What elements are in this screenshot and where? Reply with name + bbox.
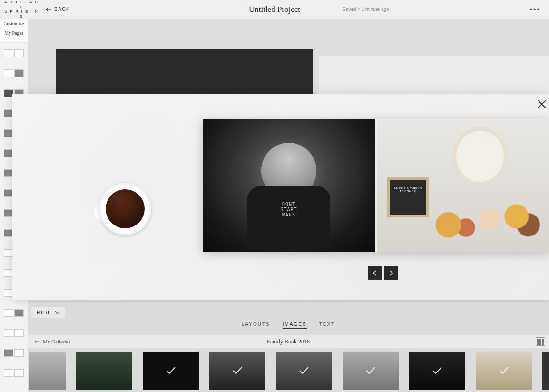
- logo-line-1: A R T I F A C T: [4, 0, 39, 10]
- children-with-toys: [425, 186, 542, 242]
- letterboard: AMELIE & THEO'S TOY SHOP: [387, 177, 429, 217]
- image-tile[interactable]: [343, 352, 399, 390]
- bottom-panel: HIDE LAYOUTS IMAGES TEXT My Galleries Fa…: [28, 303, 549, 392]
- image-tile[interactable]: [143, 352, 199, 390]
- image-tile[interactable]: [542, 352, 549, 390]
- spread-page-right[interactable]: [319, 56, 549, 96]
- tab-text[interactable]: TEXT: [319, 322, 335, 329]
- spread-page-left[interactable]: [56, 49, 313, 96]
- chevron-left-icon: [373, 270, 377, 276]
- project-title[interactable]: Untitled Project: [249, 5, 300, 14]
- child-shirt: [247, 186, 330, 249]
- chevron-right-icon: [389, 270, 393, 276]
- spread-nav: [368, 266, 398, 280]
- next-spread-button[interactable]: [384, 266, 398, 280]
- more-menu-button[interactable]: •••: [529, 5, 540, 14]
- spread-preview: DONT START WARS AMELIE & THEO'S TOY SHOP: [203, 119, 549, 252]
- close-button[interactable]: [537, 99, 547, 111]
- check-icon: [365, 366, 376, 375]
- coffee-cup: [99, 183, 151, 235]
- tab-layouts[interactable]: LAYOUTS: [242, 322, 270, 329]
- page-thumb[interactable]: [4, 349, 24, 357]
- hide-label: HIDE: [37, 310, 52, 315]
- spread-preview-modal: DONT START WARS AMELIE & THEO'S TOY SHOP: [12, 94, 549, 300]
- page-thumb[interactable]: [4, 369, 24, 377]
- grid-view-button[interactable]: [536, 337, 545, 346]
- toy-shelf: [452, 127, 508, 186]
- my-galleries-back[interactable]: My Galleries: [34, 339, 70, 344]
- app-header: A R T I F A C T U P R I S I N G BACK Unt…: [0, 0, 549, 19]
- tab-customize[interactable]: Customize: [0, 19, 28, 27]
- back-label: BACK: [54, 7, 70, 12]
- hide-panel-button[interactable]: HIDE: [31, 307, 65, 318]
- check-icon: [499, 366, 509, 375]
- shirt-text: DONT START WARS: [265, 202, 313, 217]
- tab-my-pages[interactable]: My Pages: [4, 29, 23, 37]
- gallery-name: Family Book 2018: [267, 338, 310, 345]
- save-status: Saved < 1 minute ago: [343, 7, 389, 12]
- sidebar-tabs: Customize My Pages: [0, 19, 28, 42]
- brand-logo: A R T I F A C T U P R I S I N G: [0, 0, 43, 21]
- check-icon: [166, 366, 176, 375]
- page-thumb[interactable]: [4, 329, 24, 337]
- letterboard-text: AMELIE & THEO'S TOY SHOP: [390, 180, 426, 193]
- tab-images[interactable]: IMAGES: [283, 322, 307, 329]
- prev-spread-button[interactable]: [368, 266, 382, 280]
- page-thumb[interactable]: [4, 309, 24, 317]
- spread-photo-left[interactable]: DONT START WARS: [203, 119, 375, 252]
- panel-tabs: LAYOUTS IMAGES TEXT: [28, 322, 549, 329]
- gallery-header: My Galleries Family Book 2018: [28, 335, 549, 348]
- image-tile[interactable]: [29, 352, 66, 390]
- logo-line-2: U P R I S I N G: [4, 10, 39, 19]
- close-icon: [537, 99, 547, 109]
- check-icon: [432, 366, 442, 375]
- image-tile[interactable]: [476, 352, 532, 390]
- page-thumb[interactable]: [4, 49, 24, 57]
- spread-photo-right[interactable]: AMELIE & THEO'S TOY SHOP: [377, 119, 549, 252]
- arrow-left-icon: [34, 340, 40, 343]
- chevron-down-icon: [55, 311, 59, 314]
- image-strip: [28, 349, 549, 392]
- page-thumb[interactable]: [4, 69, 24, 77]
- image-tile[interactable]: [276, 352, 332, 390]
- check-icon: [299, 366, 309, 375]
- arrow-left-icon: [46, 7, 51, 12]
- my-galleries-label: My Galleries: [43, 339, 70, 344]
- image-tile[interactable]: [409, 352, 465, 390]
- image-tile[interactable]: [76, 352, 132, 390]
- image-tile[interactable]: [209, 352, 265, 390]
- back-button[interactable]: BACK: [46, 7, 70, 12]
- check-icon: [232, 366, 243, 375]
